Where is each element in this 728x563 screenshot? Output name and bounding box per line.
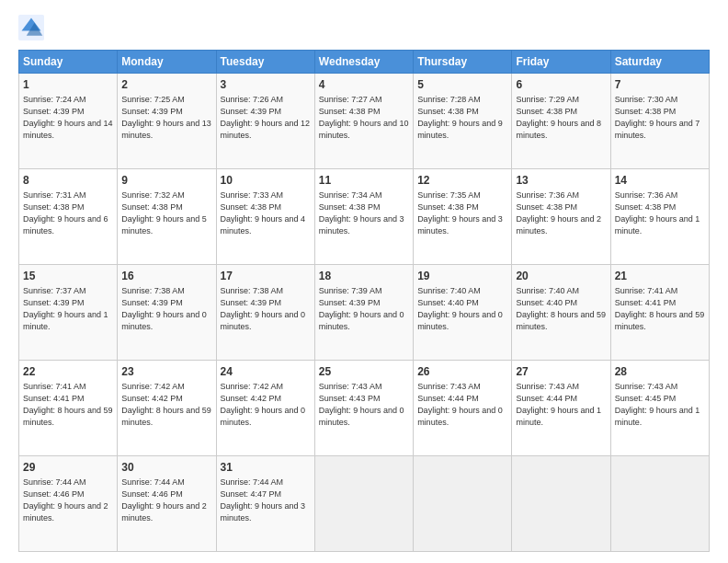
col-thursday: Thursday [414,51,512,74]
day-number: 25 [319,364,409,380]
day-info: Sunrise: 7:33 AMSunset: 4:38 PMDaylight:… [221,190,311,237]
table-row: 7Sunrise: 7:30 AMSunset: 4:38 PMDaylight… [610,74,709,169]
day-info: Sunrise: 7:27 AMSunset: 4:38 PMDaylight:… [319,94,409,142]
calendar-row: 29Sunrise: 7:44 AMSunset: 4:46 PMDayligh… [19,456,710,552]
calendar-row: 1Sunrise: 7:24 AMSunset: 4:39 PMDaylight… [19,74,710,169]
table-row: 25Sunrise: 7:43 AMSunset: 4:43 PMDayligh… [314,361,413,456]
day-number: 22 [23,364,113,380]
day-number: 3 [221,77,311,93]
day-number: 9 [121,173,211,189]
table-row: 29Sunrise: 7:44 AMSunset: 4:46 PMDayligh… [19,456,118,552]
table-row: 2Sunrise: 7:25 AMSunset: 4:39 PMDaylight… [118,74,216,169]
table-row: 10Sunrise: 7:33 AMSunset: 4:38 PMDayligh… [216,169,314,265]
col-sunday: Sunday [19,51,118,74]
table-row: 4Sunrise: 7:27 AMSunset: 4:38 PMDaylight… [314,74,413,169]
table-row: 5Sunrise: 7:28 AMSunset: 4:38 PMDaylight… [414,74,512,169]
day-number: 7 [615,77,705,93]
day-number: 24 [221,364,311,380]
day-info: Sunrise: 7:24 AMSunset: 4:39 PMDaylight:… [23,94,113,142]
table-row: 20Sunrise: 7:40 AMSunset: 4:40 PMDayligh… [512,265,610,361]
col-friday: Friday [512,51,610,74]
day-info: Sunrise: 7:41 AMSunset: 4:41 PMDaylight:… [23,381,113,429]
day-number: 1 [23,77,113,93]
day-info: Sunrise: 7:40 AMSunset: 4:40 PMDaylight:… [516,285,606,333]
day-number: 23 [121,364,211,380]
day-info: Sunrise: 7:39 AMSunset: 4:39 PMDaylight:… [319,285,409,333]
calendar-row: 8Sunrise: 7:31 AMSunset: 4:38 PMDaylight… [19,169,710,265]
day-info: Sunrise: 7:37 AMSunset: 4:39 PMDaylight:… [23,285,113,333]
table-row [314,456,413,552]
day-info: Sunrise: 7:43 AMSunset: 4:45 PMDaylight:… [615,381,705,429]
table-row: 16Sunrise: 7:38 AMSunset: 4:39 PMDayligh… [118,265,216,361]
table-row: 23Sunrise: 7:42 AMSunset: 4:42 PMDayligh… [118,361,216,456]
table-row: 18Sunrise: 7:39 AMSunset: 4:39 PMDayligh… [314,265,413,361]
table-row: 24Sunrise: 7:42 AMSunset: 4:42 PMDayligh… [216,361,314,456]
day-number: 14 [615,173,705,189]
table-row [610,456,709,552]
day-info: Sunrise: 7:43 AMSunset: 4:44 PMDaylight:… [516,381,606,429]
day-info: Sunrise: 7:25 AMSunset: 4:39 PMDaylight:… [121,94,211,142]
table-row: 28Sunrise: 7:43 AMSunset: 4:45 PMDayligh… [610,361,709,456]
day-number: 4 [319,77,409,93]
day-number: 6 [516,77,606,93]
day-info: Sunrise: 7:42 AMSunset: 4:42 PMDaylight:… [221,381,311,429]
table-row: 22Sunrise: 7:41 AMSunset: 4:41 PMDayligh… [19,361,118,456]
col-saturday: Saturday [610,51,709,74]
header [18,15,710,40]
day-info: Sunrise: 7:42 AMSunset: 4:42 PMDaylight:… [121,381,211,429]
day-number: 18 [319,269,409,284]
col-monday: Monday [118,51,216,74]
table-row: 21Sunrise: 7:41 AMSunset: 4:41 PMDayligh… [610,265,709,361]
day-number: 30 [121,460,211,476]
calendar-row: 22Sunrise: 7:41 AMSunset: 4:41 PMDayligh… [19,361,710,456]
col-tuesday: Tuesday [216,51,314,74]
calendar-header: Sunday Monday Tuesday Wednesday Thursday… [19,51,710,74]
table-row: 12Sunrise: 7:35 AMSunset: 4:38 PMDayligh… [414,169,512,265]
table-row: 26Sunrise: 7:43 AMSunset: 4:44 PMDayligh… [414,361,512,456]
table-row: 19Sunrise: 7:40 AMSunset: 4:40 PMDayligh… [414,265,512,361]
logo [18,15,48,40]
day-number: 26 [417,364,507,380]
day-number: 5 [417,77,507,93]
day-number: 8 [23,173,113,189]
day-info: Sunrise: 7:35 AMSunset: 4:38 PMDaylight:… [417,190,507,237]
day-info: Sunrise: 7:44 AMSunset: 4:46 PMDaylight:… [121,477,211,524]
day-number: 12 [417,173,507,189]
day-number: 20 [516,269,606,284]
day-number: 13 [516,173,606,189]
table-row: 8Sunrise: 7:31 AMSunset: 4:38 PMDaylight… [19,169,118,265]
day-number: 15 [23,269,113,284]
day-info: Sunrise: 7:31 AMSunset: 4:38 PMDaylight:… [23,190,113,237]
table-row: 31Sunrise: 7:44 AMSunset: 4:47 PMDayligh… [216,456,314,552]
calendar: Sunday Monday Tuesday Wednesday Thursday… [18,50,710,552]
day-info: Sunrise: 7:38 AMSunset: 4:39 PMDaylight:… [221,285,311,333]
table-row: 13Sunrise: 7:36 AMSunset: 4:38 PMDayligh… [512,169,610,265]
day-info: Sunrise: 7:30 AMSunset: 4:38 PMDaylight:… [615,94,705,142]
day-number: 16 [121,269,211,284]
day-info: Sunrise: 7:34 AMSunset: 4:38 PMDaylight:… [319,190,409,237]
day-info: Sunrise: 7:44 AMSunset: 4:46 PMDaylight:… [23,477,113,524]
table-row: 3Sunrise: 7:26 AMSunset: 4:39 PMDaylight… [216,74,314,169]
calendar-row: 15Sunrise: 7:37 AMSunset: 4:39 PMDayligh… [19,265,710,361]
day-number: 27 [516,364,606,380]
day-info: Sunrise: 7:29 AMSunset: 4:38 PMDaylight:… [516,94,606,142]
table-row: 17Sunrise: 7:38 AMSunset: 4:39 PMDayligh… [216,265,314,361]
day-number: 10 [221,173,311,189]
table-row [512,456,610,552]
day-info: Sunrise: 7:36 AMSunset: 4:38 PMDaylight:… [516,190,606,237]
day-number: 28 [615,364,705,380]
table-row [414,456,512,552]
table-row: 11Sunrise: 7:34 AMSunset: 4:38 PMDayligh… [314,169,413,265]
day-info: Sunrise: 7:26 AMSunset: 4:39 PMDaylight:… [221,94,311,142]
day-info: Sunrise: 7:43 AMSunset: 4:43 PMDaylight:… [319,381,409,429]
day-number: 2 [121,77,211,93]
day-info: Sunrise: 7:41 AMSunset: 4:41 PMDaylight:… [615,285,705,333]
table-row: 14Sunrise: 7:36 AMSunset: 4:38 PMDayligh… [610,169,709,265]
day-number: 17 [221,269,311,284]
day-info: Sunrise: 7:38 AMSunset: 4:39 PMDaylight:… [121,285,211,333]
day-number: 31 [221,460,311,476]
logo-icon [18,15,44,40]
table-row: 27Sunrise: 7:43 AMSunset: 4:44 PMDayligh… [512,361,610,456]
day-number: 21 [615,269,705,284]
day-info: Sunrise: 7:36 AMSunset: 4:38 PMDaylight:… [615,190,705,237]
